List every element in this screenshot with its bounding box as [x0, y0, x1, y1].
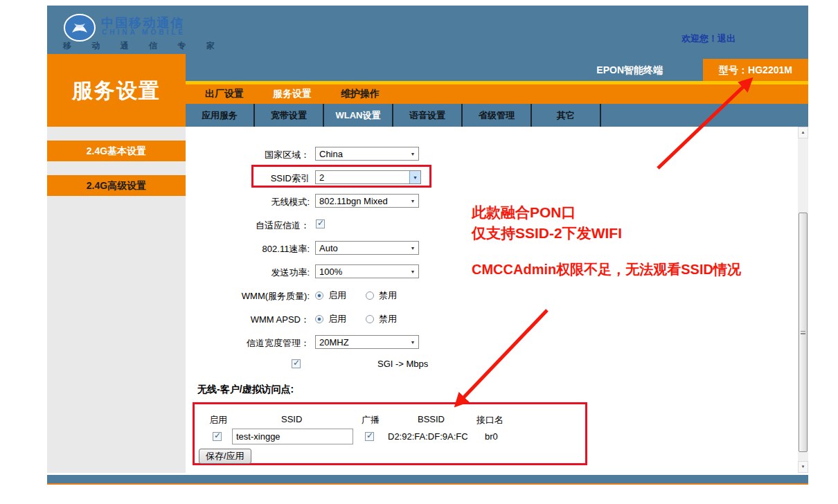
rate-select[interactable]: Auto ▼: [315, 241, 419, 255]
subtab-broadband[interactable]: 宽带设置: [255, 104, 324, 127]
logo-text-en: CHINA MOBILE: [102, 28, 186, 36]
wmm-disable-label: 禁用: [379, 289, 397, 302]
ap-enable-checkbox[interactable]: [213, 432, 222, 441]
sgi-label: SGI -> Mbps: [377, 359, 428, 369]
tab-factory-settings[interactable]: 出厂设置: [205, 88, 244, 100]
wmm-apsd-label: WMM APSD：: [194, 314, 310, 326]
tab-service-settings[interactable]: 服务设置: [273, 88, 312, 100]
wireless-mode-select[interactable]: 802.11bgn Mixed ▼: [315, 194, 419, 208]
ap-section-heading: 无线-客户/虚拟访问点:: [197, 384, 294, 396]
ssid-input[interactable]: [232, 429, 353, 444]
channel-width-label: 信道宽度管理：: [194, 337, 310, 350]
ssid-index-value: 2: [316, 172, 409, 183]
col-bssid: BSSID: [418, 414, 445, 424]
subtab-voice[interactable]: 语音设置: [393, 104, 463, 127]
annotation-note1: 此款融合PON口 仅支持SSID-2下发WIFI: [472, 202, 622, 244]
footer-bar: [47, 475, 808, 485]
welcome-logout-link[interactable]: 欢迎您！退出: [681, 33, 736, 45]
header: 中国移动通信 CHINA MOBILE 移 动 通 信 专 家 欢迎您！退出: [47, 6, 808, 59]
scrollbar-grip-icon: [801, 331, 805, 334]
tx-power-value: 100%: [316, 267, 407, 277]
wmm-apsd-enable-label: 启用: [328, 313, 346, 325]
router-admin-page: 中国移动通信 CHINA MOBILE 移 动 通 信 专 家 欢迎您！退出 E…: [0, 0, 838, 504]
scroll-up-button[interactable]: ▲: [798, 127, 808, 138]
auto-channel-checkbox[interactable]: [316, 219, 325, 228]
dropdown-arrow-icon: ▼: [407, 265, 418, 278]
vertical-scrollbar[interactable]: ▲ ▼: [798, 127, 808, 473]
col-interface: 接口名: [476, 414, 503, 426]
model-band: EPON智能终端 型号：HG2201M: [186, 59, 808, 81]
col-broadcast: 广播: [362, 414, 380, 426]
wmm-apsd-disable-label: 禁用: [379, 313, 397, 325]
country-region-value: China: [316, 149, 407, 159]
bssid-value: D2:92:FA:DF:9A:FC: [388, 431, 468, 442]
wmm-radio-group: 启用 禁用: [315, 289, 397, 302]
dropdown-arrow-icon: ▼: [407, 147, 418, 160]
annotation-note2: CMCCAdmin权限不足，无法观看SSID情况: [472, 260, 741, 279]
subtab-other[interactable]: 其它: [532, 104, 601, 127]
model-number-badge: 型号：HG2201M: [703, 59, 808, 81]
ssid-index-select[interactable]: 2 ▼: [315, 170, 421, 184]
country-region-label: 国家区域：: [194, 149, 310, 161]
wmm-apsd-radio-group: 启用 禁用: [315, 313, 397, 325]
wmm-disable-radio[interactable]: [366, 291, 374, 300]
wmm-enable-radio[interactable]: [315, 291, 323, 300]
ap-broadcast-checkbox[interactable]: [365, 432, 374, 441]
dropdown-arrow-icon: ▼: [407, 242, 418, 254]
interface-value: br0: [485, 431, 498, 442]
dropdown-arrow-icon: ▼: [407, 195, 418, 207]
sub-nav: 应用服务 宽带设置 WLAN设置 语音设置 省级管理 其它: [186, 104, 808, 127]
scrollbar-thumb[interactable]: [799, 213, 808, 452]
wmm-apsd-disable-radio[interactable]: [366, 315, 374, 323]
subtab-wlan[interactable]: WLAN设置: [324, 104, 393, 127]
rate-value: Auto: [316, 243, 407, 253]
tx-power-select[interactable]: 100% ▼: [315, 264, 419, 278]
subtab-provincial[interactable]: 省级管理: [463, 104, 532, 127]
wmm-enable-label: 启用: [328, 289, 346, 302]
auto-channel-label: 自适应信道：: [194, 219, 310, 232]
arrow-to-bssid-icon: [457, 310, 547, 404]
col-ssid: SSID: [281, 414, 302, 424]
save-apply-button[interactable]: 保存/应用: [199, 449, 251, 464]
wmm-apsd-enable-radio[interactable]: [315, 315, 323, 323]
logo-slogan: 移 动 通 信 专 家: [63, 40, 224, 52]
main-nav: 出厂设置 服务设置 维护操作: [186, 84, 808, 104]
col-enable: 启用: [209, 414, 227, 426]
tx-power-label: 发送功率:: [194, 267, 310, 279]
subtab-app-service[interactable]: 应用服务: [186, 104, 255, 127]
rate-label: 802.11速率:: [194, 243, 310, 255]
annotation-note1-line1: 此款融合PON口: [472, 202, 622, 223]
dropdown-arrow-icon: ▼: [409, 171, 420, 183]
wireless-mode-label: 无线模式:: [194, 196, 310, 208]
sgi-checkbox[interactable]: [292, 359, 301, 368]
product-type-label: EPON智能终端: [596, 64, 663, 77]
sidebar-item-24g-basic[interactable]: 2.4G基本设置: [47, 141, 186, 161]
wireless-mode-value: 802.11bgn Mixed: [316, 196, 407, 206]
country-region-select[interactable]: China ▼: [315, 147, 419, 161]
wmm-label: WMM(服务质量):: [194, 290, 310, 303]
channel-width-select[interactable]: 20MHZ ▼: [315, 335, 419, 349]
tab-maintenance[interactable]: 维护操作: [341, 88, 380, 100]
sidebar-item-24g-advanced[interactable]: 2.4G高级设置: [47, 175, 186, 196]
channel-width-value: 20MHZ: [316, 337, 407, 348]
dropdown-arrow-icon: ▼: [407, 336, 418, 348]
annotation-note1-line2: 仅支持SSID-2下发WIFI: [472, 223, 622, 244]
scroll-down-button[interactable]: ▼: [798, 461, 808, 473]
sidebar-title: 服务设置: [47, 54, 186, 127]
